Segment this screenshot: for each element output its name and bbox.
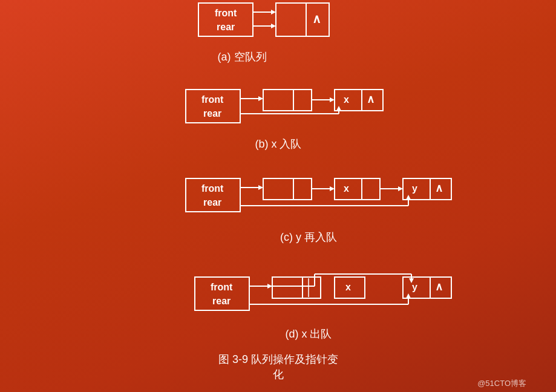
svg-text:rear: rear [203,197,221,207]
svg-text:∧: ∧ [367,93,374,105]
svg-text:front: front [215,8,237,18]
svg-text:y: y [412,282,417,292]
svg-text:(d)    x 出队: (d) x 出队 [285,328,332,340]
svg-marker-41 [398,186,403,191]
svg-marker-19 [330,97,335,102]
svg-text:∧: ∧ [435,182,443,194]
svg-text:化: 化 [273,368,284,381]
svg-marker-71 [406,293,411,298]
svg-rect-16 [263,90,293,111]
svg-text:rear: rear [212,296,231,306]
svg-text:图 3-9    队列操作及指针变: 图 3-9 队列操作及指针变 [218,353,338,365]
svg-text:y: y [412,183,417,194]
svg-text:front: front [201,94,224,105]
svg-text:∧: ∧ [312,12,321,25]
svg-marker-15 [258,96,263,101]
svg-rect-33 [263,178,293,200]
svg-text:rear: rear [217,22,235,32]
svg-marker-26 [336,106,341,111]
svg-text:@51CTO博客: @51CTO博客 [477,379,526,388]
svg-text:(b)   x 入队: (b) x 入队 [255,138,301,150]
svg-text:(c)  y 再入队: (c) y 再入队 [280,231,337,243]
svg-rect-7 [276,3,306,36]
svg-rect-56 [303,277,321,298]
svg-text:(a)  空队列: (a) 空队列 [218,51,267,63]
svg-marker-32 [258,185,263,190]
svg-text:x: x [344,183,349,194]
svg-rect-34 [293,178,312,200]
svg-text:rear: rear [203,108,221,119]
svg-marker-48 [406,195,411,200]
main-diagram: front rear ∧ (a) 空队列 front rear [0,0,556,392]
svg-rect-39 [362,178,380,200]
svg-text:x: x [344,94,349,105]
svg-marker-6 [271,24,276,28]
svg-marker-36 [330,186,335,191]
svg-rect-17 [293,90,312,111]
svg-text:front: front [201,183,224,194]
svg-marker-4 [271,10,276,15]
svg-text:front: front [211,282,233,292]
svg-text:x: x [345,282,351,292]
svg-rect-55 [272,277,303,298]
svg-text:∧: ∧ [435,281,443,293]
